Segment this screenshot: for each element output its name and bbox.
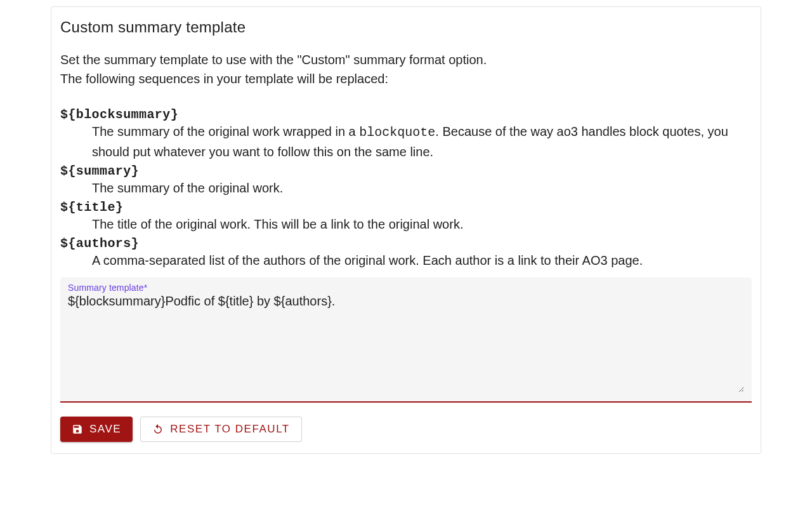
token-blocksummary: ${blocksummary} — [60, 107, 752, 122]
template-tokens-list: ${blocksummary} The summary of the origi… — [60, 107, 752, 270]
reset-button[interactable]: Reset to default — [140, 417, 302, 442]
save-button[interactable]: Save — [60, 417, 133, 442]
intro-text: Set the summary template to use with the… — [60, 50, 752, 88]
token-authors-desc: A comma-separated list of the authors of… — [92, 251, 752, 270]
reset-button-label: Reset to default — [170, 423, 290, 436]
intro-line-1: Set the summary template to use with the… — [60, 53, 487, 67]
card-title: Custom summary template — [60, 18, 752, 36]
button-row: Save Reset to default — [60, 417, 752, 442]
summary-template-field: Summary template* ${blocksummary}Podfic … — [60, 277, 752, 403]
token-blocksummary-desc: The summary of the original work wrapped… — [92, 122, 752, 161]
reset-icon — [152, 424, 164, 435]
save-button-label: Save — [89, 423, 121, 436]
custom-summary-card: Custom summary template Set the summary … — [51, 6, 761, 454]
summary-template-label: Summary template* — [68, 283, 744, 293]
save-icon — [72, 424, 83, 435]
summary-template-input[interactable]: ${blocksummary}Podfic of ${title} by ${a… — [68, 294, 744, 392]
token-title-desc: The title of the original work. This wil… — [92, 215, 752, 234]
token-title: ${title} — [60, 200, 752, 215]
token-summary: ${summary} — [60, 164, 752, 178]
token-authors: ${authors} — [60, 236, 752, 251]
token-summary-desc: The summary of the original work. — [92, 178, 752, 197]
intro-line-2: The following sequences in your template… — [60, 72, 388, 86]
